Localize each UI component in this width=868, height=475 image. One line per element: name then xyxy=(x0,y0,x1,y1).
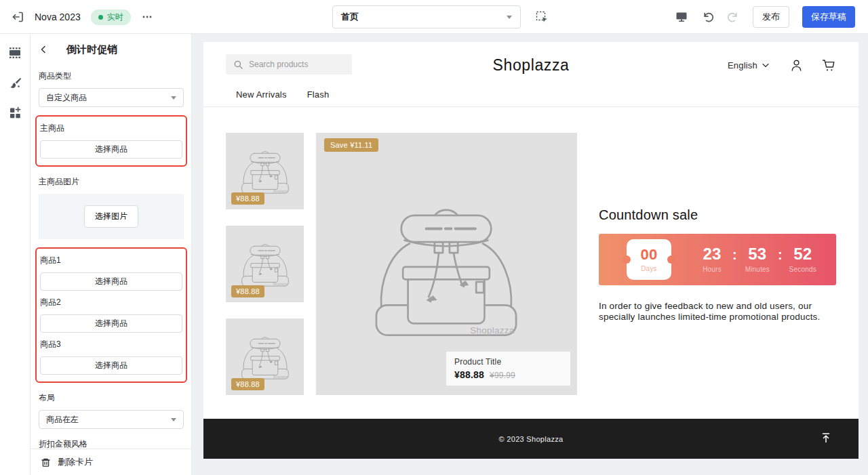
delete-card-button[interactable]: 删除卡片 xyxy=(31,449,191,475)
product-1-label: 商品1 xyxy=(40,255,182,266)
product-thumbnail[interactable]: ¥88.88 xyxy=(226,318,304,395)
product-thumbnail[interactable]: ¥88.88 xyxy=(226,133,304,209)
product-3-label: 商品3 xyxy=(40,339,182,350)
backpack-placeholder-image xyxy=(235,325,296,386)
storefront-header: Shoplazza English xyxy=(203,42,859,107)
cart-icon[interactable] xyxy=(821,58,836,73)
live-status-badge: 实时 xyxy=(91,9,131,25)
more-icon[interactable] xyxy=(141,11,153,23)
live-badge-label: 实时 xyxy=(107,12,123,23)
countdown-seconds-value: 52 xyxy=(783,246,823,262)
editor-topbar: Nova 2023 实时 首页 xyxy=(0,0,868,34)
save-draft-button[interactable]: 保存草稿 xyxy=(802,6,855,28)
store-nav: New Arrivals Flash xyxy=(236,89,329,100)
desktop-preview-icon[interactable] xyxy=(675,10,688,24)
backpack-placeholder-image xyxy=(355,172,538,355)
main-image-picker: 选择图片 xyxy=(39,194,184,239)
redo-icon[interactable] xyxy=(727,11,740,24)
product-type-value: 自定义商品 xyxy=(46,92,87,104)
storefront-preview: Shoplazza English xyxy=(203,42,859,419)
countdown-timer: 23 Hours : 53 Minutes : 52 Secon xyxy=(692,246,823,273)
theme-preview: Shoplazza English xyxy=(192,34,868,475)
product-type-select[interactable]: 自定义商品 xyxy=(39,88,184,107)
main-image-label: 主商品图片 xyxy=(39,176,184,188)
select-product-3-button[interactable]: 选择商品 xyxy=(40,356,182,375)
countdown-heading: Countdown sale xyxy=(599,207,836,223)
editor-rail xyxy=(0,34,31,475)
delete-card-label: 删除卡片 xyxy=(58,456,93,468)
price-badge: ¥88.88 xyxy=(231,285,264,297)
product-title: Product Title xyxy=(454,357,562,367)
publish-button[interactable]: 发布 xyxy=(753,6,789,28)
select-product-2-button[interactable]: 选择商品 xyxy=(40,314,182,333)
add-section-icon[interactable] xyxy=(8,106,22,120)
backpack-placeholder-image xyxy=(235,139,296,200)
product-type-label: 商品类型 xyxy=(39,70,184,82)
layout-value: 商品在左 xyxy=(46,414,79,426)
chevron-down-icon xyxy=(762,63,769,68)
price-badge: ¥88.88 xyxy=(231,378,264,390)
chevron-left-icon[interactable] xyxy=(39,45,48,54)
language-selector[interactable]: English xyxy=(728,60,769,70)
nav-flash[interactable]: Flash xyxy=(307,89,330,100)
theme-name: Nova 2023 xyxy=(35,12,81,22)
countdown-hours-value: 23 xyxy=(692,246,732,262)
panel-title: 倒计时促销 xyxy=(66,43,117,56)
page-selector[interactable]: 首页 xyxy=(332,5,521,28)
select-main-product-button[interactable]: 选择商品 xyxy=(40,140,182,159)
storefront-footer: © 2023 Shoplazza xyxy=(203,419,859,459)
countdown-days-value: 00 xyxy=(641,247,658,262)
countdown-sale-section: ¥88.88 ¥88.88 ¥88.88 Save ¥11.11 xyxy=(203,107,859,395)
countdown-days-ticket: 00 Days xyxy=(627,239,671,280)
copyright-text: © 2023 Shoplazza xyxy=(499,435,564,443)
countdown-separator: : xyxy=(732,247,737,263)
caret-down-icon xyxy=(171,418,176,421)
thumbnail-column: ¥88.88 ¥88.88 ¥88.88 xyxy=(226,133,304,395)
countdown-description: In order to give feedback to new and old… xyxy=(599,301,836,323)
layout-select[interactable]: 商品在左 xyxy=(39,410,184,429)
caret-down-icon xyxy=(507,16,512,19)
save-badge: Save ¥11.11 xyxy=(324,138,378,152)
main-product-image[interactable]: Save ¥11.11 Product Title ¥88.88 ¥99.99 xyxy=(316,133,577,395)
exit-editor-icon[interactable] xyxy=(11,10,24,24)
section-settings-panel: 倒计时促销 商品类型 自定义商品 主商品 选择商品 主商品图片 选择图片 商品1… xyxy=(31,34,192,475)
countdown-banner: 00 Days 23 Hours : 53 Minutes xyxy=(599,234,836,285)
product-info-card: Product Title ¥88.88 ¥99.99 xyxy=(446,352,570,386)
main-product-highlight: 主商品 选择商品 xyxy=(35,115,187,167)
product-original-price: ¥99.99 xyxy=(490,371,515,380)
countdown-minutes-value: 53 xyxy=(737,246,778,262)
countdown-hours-label: Hours xyxy=(692,266,732,273)
main-product-label: 主商品 xyxy=(40,123,182,134)
caret-down-icon xyxy=(171,96,176,100)
select-product-1-button[interactable]: 选择商品 xyxy=(40,272,182,291)
select-image-button[interactable]: 选择图片 xyxy=(84,205,138,228)
marquee-select-icon[interactable] xyxy=(535,10,549,24)
back-to-top-icon[interactable] xyxy=(821,432,831,446)
countdown-separator: : xyxy=(778,247,783,263)
sections-icon[interactable] xyxy=(7,45,22,60)
products-highlight: 商品1 选择商品 商品2 选择商品 商品3 选择商品 xyxy=(35,247,187,383)
account-icon[interactable] xyxy=(789,58,804,73)
page-selector-value: 首页 xyxy=(341,11,359,23)
product-price: ¥88.88 xyxy=(454,369,484,380)
live-dot-icon xyxy=(98,15,103,20)
backpack-placeholder-image xyxy=(235,232,296,293)
countdown-days-label: Days xyxy=(641,265,657,272)
product-thumbnail[interactable]: ¥88.88 xyxy=(226,226,304,302)
undo-icon[interactable] xyxy=(701,11,714,24)
theme-style-icon[interactable] xyxy=(8,76,22,90)
price-badge: ¥88.88 xyxy=(231,192,264,205)
countdown-column: Countdown sale 00 Days 23 Hours : xyxy=(599,133,836,395)
nav-new-arrivals[interactable]: New Arrivals xyxy=(236,89,287,100)
countdown-seconds-label: Seconds xyxy=(783,266,823,273)
trash-icon xyxy=(41,457,51,468)
language-value: English xyxy=(728,60,757,70)
product-2-label: 商品2 xyxy=(40,297,182,308)
countdown-minutes-label: Minutes xyxy=(737,266,778,273)
layout-label: 布局 xyxy=(39,392,184,404)
